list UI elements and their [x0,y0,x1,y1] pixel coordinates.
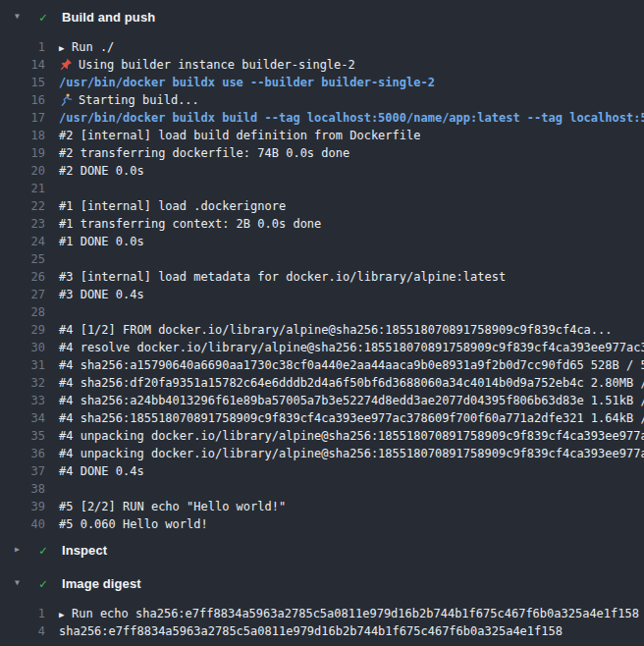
line-number[interactable]: 39 [0,498,45,515]
log-line: 38 [0,480,644,498]
log-line: 20#2 DONE 0.0s [0,162,644,180]
pushpin-icon [59,58,73,71]
log-line: 27#3 DONE 0.4s [0,286,644,303]
line-number[interactable]: 27 [0,286,45,303]
line-number[interactable]: 19 [0,144,45,162]
chevron-down-icon[interactable]: ▼ [15,13,26,21]
line-text: Using builder instance builder-single-2 [45,56,355,74]
line-text-content: #4 DONE 0.4s [59,464,144,478]
section-header-image-digest[interactable]: ▼✓Image digest [0,566,644,600]
line-text: #3 [internal] load metadata for docker.i… [45,268,506,286]
log-line: 35#4 unpacking docker.io/library/alpine@… [0,427,644,445]
line-text-content: #2 transferring dockerfile: 74B 0.0s don… [59,146,349,160]
line-number[interactable]: 14 [0,56,45,74]
line-text-content: Run echo sha256:e7ff8834a5963a2785c5a081… [72,607,639,620]
section-header-inspect[interactable]: ▶✓Inspect [0,533,644,566]
line-text-content: #4 sha256:185518070891758909c9f839cf4ca3… [59,411,644,425]
log-line: 25 [0,250,644,268]
line-number[interactable]: 1 [0,38,45,56]
line-text: #1 transferring context: 2B 0.0s done [45,215,321,233]
log-line: 31#4 sha256:a15790640a6690aa1730c38cf0a4… [0,356,644,374]
line-text-content: Using builder instance builder-single-2 [79,58,355,72]
line-text: #4 sha256:a15790640a6690aa1730c38cf0a440… [45,356,644,374]
line-text-content: #4 sha256:df20fa9351a15782c64e6dddb2d4a6… [59,376,644,390]
line-text-content: #4 unpacking docker.io/library/alpine@sh… [59,447,644,460]
line-text: /usr/bin/docker buildx build --tag local… [45,109,644,127]
log-line: 30#4 resolve docker.io/library/alpine@sh… [0,339,644,356]
line-number[interactable]: 29 [0,321,45,339]
line-text-content: #5 0.060 Hello world! [59,517,208,531]
line-number[interactable]: 4 [0,622,45,640]
chevron-right-icon[interactable]: ▶ [15,546,26,554]
line-number[interactable]: 18 [0,127,45,144]
line-text-content: #2 DONE 0.0s [59,164,144,178]
line-text-content: /usr/bin/docker buildx use --builder bui… [59,76,435,89]
line-number[interactable]: 1 [0,605,45,622]
log-group-line[interactable]: 1▶Run echo sha256:e7ff8834a5963a2785c5a0… [0,605,644,622]
log-content-image-digest: 1▶Run echo sha256:e7ff8834a5963a2785c5a0… [0,600,644,640]
line-text: ▶Run ./ [45,38,114,56]
line-number[interactable]: 37 [0,462,45,480]
line-number[interactable]: 34 [0,409,45,427]
log-line: 22#1 [internal] load .dockerignore [0,197,644,215]
log-line: 28 [0,303,644,321]
line-number[interactable]: 25 [0,250,45,268]
line-text: #5 [2/2] RUN echo "Hello world!" [45,498,286,515]
line-text-content: Starting build... [79,93,199,107]
line-number[interactable]: 24 [0,233,45,250]
line-text-content: #4 [1/2] FROM docker.io/library/alpine@s… [59,323,613,337]
expand-arrow-icon[interactable]: ▶ [59,606,72,622]
line-number[interactable]: 30 [0,339,45,356]
check-icon: ✓ [35,10,51,25]
line-number[interactable]: 32 [0,374,45,392]
log-line: 37#4 DONE 0.4s [0,462,644,480]
line-number[interactable]: 40 [0,515,45,533]
log-line: 24#1 DONE 0.0s [0,233,644,250]
line-number[interactable]: 33 [0,392,45,409]
line-text: Starting build... [45,91,199,109]
runner-icon [59,93,73,106]
line-number[interactable]: 15 [0,74,45,91]
line-text: #4 unpacking docker.io/library/alpine@sh… [45,427,644,445]
line-number[interactable]: 22 [0,197,45,215]
line-number[interactable]: 36 [0,445,45,462]
line-text-content: #1 transferring context: 2B 0.0s done [59,217,321,231]
line-number[interactable]: 26 [0,268,45,286]
section-title: Build and push [62,10,155,25]
line-text: #4 unpacking docker.io/library/alpine@sh… [45,445,644,462]
log-line: 26#3 [internal] load metadata for docker… [0,268,644,286]
workflow-log: ▼✓Build and push1▶Run ./14Using builder … [0,0,644,640]
log-line: 40#5 0.060 Hello world! [0,515,644,533]
section-header-build-and-push[interactable]: ▼✓Build and push [0,0,644,33]
log-line: 16Starting build... [0,91,644,109]
line-text [45,180,59,197]
line-number[interactable]: 17 [0,109,45,127]
line-text [45,480,59,498]
line-number[interactable]: 35 [0,427,45,445]
line-number[interactable]: 28 [0,303,45,321]
line-text: #4 sha256:df20fa9351a15782c64e6dddb2d4a6… [45,374,644,392]
line-text: #2 DONE 0.0s [45,162,144,180]
line-text [45,303,59,321]
line-number[interactable]: 38 [0,480,45,498]
log-line: 17/usr/bin/docker buildx build --tag loc… [0,109,644,127]
check-icon: ✓ [35,543,51,558]
line-text-content: #5 [2/2] RUN echo "Hello world!" [59,500,286,513]
log-line: 21 [0,180,644,197]
line-number[interactable]: 31 [0,356,45,374]
expand-arrow-icon[interactable]: ▶ [59,39,72,56]
log-line: 14Using builder instance builder-single-… [0,56,644,74]
log-group-line[interactable]: 1▶Run ./ [0,38,644,56]
line-number[interactable]: 16 [0,91,45,109]
line-number[interactable]: 23 [0,215,45,233]
line-text: #1 DONE 0.0s [45,233,144,250]
line-number[interactable]: 21 [0,180,45,197]
line-text-content: #2 [internal] load build definition from… [59,129,420,142]
line-number[interactable]: 20 [0,162,45,180]
chevron-down-icon[interactable]: ▼ [15,579,26,587]
section-title: Inspect [62,543,107,558]
line-text: /usr/bin/docker buildx use --builder bui… [45,74,435,91]
line-text: #1 [internal] load .dockerignore [45,197,286,215]
line-text: #4 DONE 0.4s [45,462,144,480]
log-line: 34#4 sha256:185518070891758909c9f839cf4c… [0,409,644,427]
